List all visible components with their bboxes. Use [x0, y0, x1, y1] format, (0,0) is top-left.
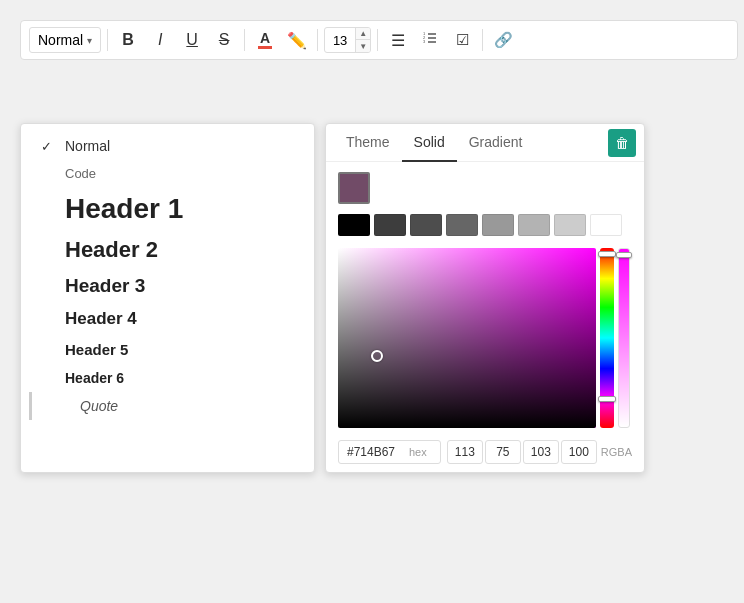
preset-swatch-black[interactable]	[338, 214, 370, 236]
preset-swatch-gray3[interactable]	[518, 214, 550, 236]
rgba-b-input[interactable]	[523, 440, 559, 464]
font-size-up[interactable]: ▲	[356, 28, 370, 40]
link-button[interactable]: 🔗	[489, 26, 517, 54]
preset-swatch-light1[interactable]	[554, 214, 586, 236]
bold-button[interactable]: B	[114, 26, 142, 54]
style-item-h4[interactable]: Header 4	[21, 303, 314, 335]
unordered-list-button[interactable]: ☰	[384, 26, 412, 54]
toolbar-separator-3	[317, 29, 318, 51]
font-size-input[interactable]	[325, 31, 355, 50]
hex-label: hex	[409, 446, 427, 458]
gradient-cursor	[371, 350, 383, 362]
checklist-icon: ☑	[456, 31, 469, 49]
preset-swatch-gray1[interactable]	[446, 214, 478, 236]
opacity-thumb	[616, 252, 632, 258]
font-color-button[interactable]: A	[251, 26, 279, 54]
rgba-label: RGBA	[601, 446, 632, 458]
style-item-h6[interactable]: Header 6	[21, 364, 314, 392]
tab-gradient[interactable]: Gradient	[457, 124, 535, 162]
ordered-list-icon: 1 2 3	[422, 30, 438, 50]
style-item-h5[interactable]: Header 5	[21, 335, 314, 364]
tab-solid[interactable]: Solid	[402, 124, 457, 162]
rgba-g-input[interactable]	[485, 440, 521, 464]
color-picker-panel: Theme Solid Gradient 🗑	[325, 123, 645, 473]
svg-text:3: 3	[423, 39, 426, 44]
paragraph-styles-panel: ✓ Normal Code Header 1 Header 2 Header 3	[20, 123, 315, 473]
preset-colors-row	[326, 210, 644, 244]
style-item-h3[interactable]: Header 3	[21, 269, 314, 303]
opacity-slider[interactable]	[618, 248, 632, 428]
preset-swatch-gray2[interactable]	[482, 214, 514, 236]
font-size-down[interactable]: ▼	[356, 40, 370, 52]
hue-slider[interactable]	[600, 248, 614, 428]
preset-swatch-dark1[interactable]	[374, 214, 406, 236]
font-color-bar	[258, 46, 272, 49]
hue-thumb-top	[598, 251, 616, 257]
rgba-a-input[interactable]	[561, 440, 597, 464]
style-item-normal[interactable]: ✓ Normal	[21, 132, 314, 160]
rgba-inputs-group: RGBA	[447, 440, 632, 464]
link-icon: 🔗	[494, 31, 513, 49]
toolbar-separator-1	[107, 29, 108, 51]
dropdown-arrow: ▾	[87, 35, 92, 46]
color-gradient-area[interactable]	[338, 248, 632, 428]
preset-swatch-white[interactable]	[590, 214, 622, 236]
toolbar-separator-5	[482, 29, 483, 51]
selected-color-swatch[interactable]	[338, 172, 370, 204]
saturation-gradient[interactable]	[338, 248, 596, 428]
color-inputs-row: hex RGBA	[326, 432, 644, 472]
ordered-list-button[interactable]: 1 2 3	[416, 26, 444, 54]
brush-icon-button[interactable]: ✏️	[283, 26, 311, 54]
checkmark-normal: ✓	[41, 139, 57, 154]
paragraph-style-dropdown[interactable]: Normal ▾	[29, 27, 101, 53]
brush-icon: ✏️	[287, 31, 307, 50]
italic-button[interactable]: I	[146, 26, 174, 54]
strikethrough-button[interactable]: S	[210, 26, 238, 54]
toolbar-separator-2	[244, 29, 245, 51]
selected-color-row	[326, 162, 644, 210]
opacity-track	[618, 248, 630, 428]
unordered-list-icon: ☰	[391, 31, 405, 50]
preset-swatch-dark2[interactable]	[410, 214, 442, 236]
trash-icon: 🗑	[615, 135, 629, 151]
paragraph-label: Normal	[38, 32, 83, 48]
style-item-quote[interactable]: Quote	[29, 392, 314, 420]
hex-input-wrap: hex	[338, 440, 441, 464]
delete-color-button[interactable]: 🗑	[608, 129, 636, 157]
hue-track	[600, 248, 614, 428]
style-item-code[interactable]: Code	[21, 160, 314, 187]
tab-theme[interactable]: Theme	[334, 124, 402, 162]
toolbar-separator-4	[377, 29, 378, 51]
checklist-button[interactable]: ☑	[448, 26, 476, 54]
font-size-control[interactable]: ▲ ▼	[324, 27, 371, 53]
rgba-r-input[interactable]	[447, 440, 483, 464]
font-size-arrows: ▲ ▼	[355, 28, 370, 52]
underline-button[interactable]: U	[178, 26, 206, 54]
font-color-letter: A	[260, 31, 270, 45]
brightness-layer	[338, 248, 596, 428]
style-item-h1[interactable]: Header 1	[21, 187, 314, 231]
color-tabs: Theme Solid Gradient 🗑	[326, 124, 644, 162]
hex-input[interactable]	[347, 445, 407, 459]
style-item-h2[interactable]: Header 2	[21, 231, 314, 269]
hue-thumb-bottom	[598, 396, 616, 402]
